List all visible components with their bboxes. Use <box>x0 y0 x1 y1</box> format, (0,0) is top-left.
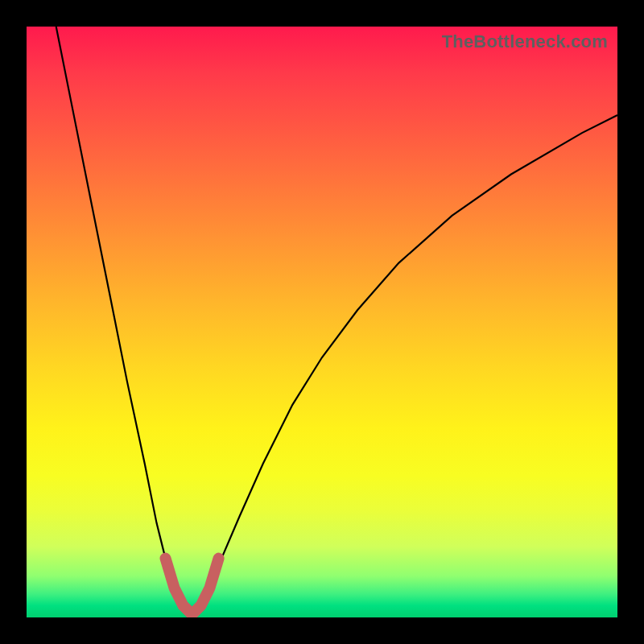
chart-frame: TheBottleneck.com <box>0 0 644 644</box>
bottleneck-curve <box>56 27 617 614</box>
chart-svg <box>27 27 617 617</box>
highlight-region <box>166 559 219 615</box>
plot-area: TheBottleneck.com <box>27 27 617 617</box>
